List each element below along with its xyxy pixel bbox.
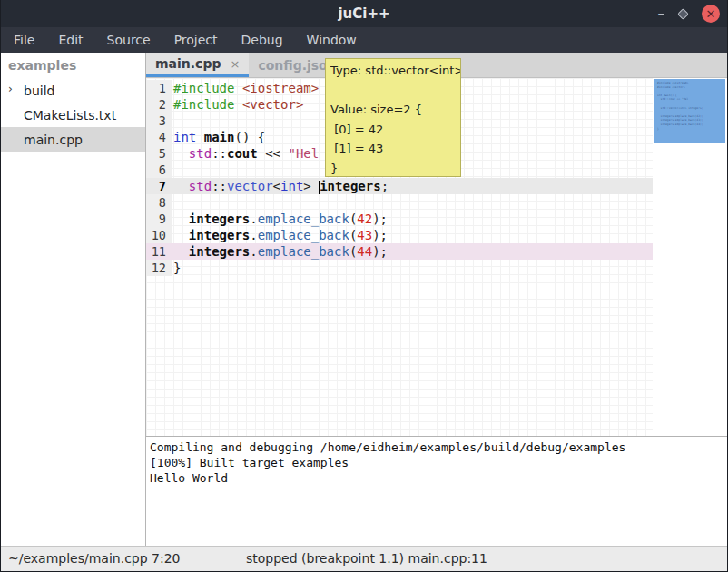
code-token: integers: [189, 228, 250, 242]
tooltip-line: [330, 81, 456, 101]
line-number: 4: [146, 129, 172, 145]
code-line-text: [172, 113, 173, 129]
menu-bar: FileEditSourceProjectDebugWindow: [1, 27, 727, 53]
code-line-text: [172, 194, 173, 211]
code-token: cout: [227, 146, 258, 161]
menu-item-debug[interactable]: Debug: [230, 27, 295, 53]
code-token: <: [273, 179, 280, 193]
line-number: 12: [146, 260, 172, 276]
menu-item-source[interactable]: Source: [95, 27, 162, 53]
code-token: vector: [227, 179, 273, 193]
code-line[interactable]: 7 std::vector<int> integers;: [146, 178, 653, 194]
code-line-text: std::cout << "Hel: [172, 145, 319, 162]
code-line-text: integers.emplace_back(44);: [172, 243, 388, 260]
status-bar: ~/examples/main.cpp 7:20 stopped (breakp…: [1, 546, 727, 571]
output-line: [100%] Built target examples: [150, 455, 727, 470]
debug-status: stopped (breakpoint 1.1) main.cpp:11: [246, 551, 487, 566]
code-line-text: #include <vector>: [172, 96, 303, 113]
code-line[interactable]: 10 integers.emplace_back(43);: [146, 227, 653, 243]
sidebar-item-cmakelists-txt[interactable]: CMakeLists.txt: [1, 103, 145, 127]
minimize-button[interactable]: –: [658, 9, 665, 18]
code-token: 42: [357, 212, 372, 226]
sidebar-item-label: CMakeLists.txt: [24, 108, 116, 123]
code-line-text: }: [172, 260, 181, 276]
code-token: emplace_back: [258, 244, 349, 259]
tab-close-icon[interactable]: ×: [230, 57, 240, 71]
line-number: 1: [146, 80, 172, 96]
code-token: std: [189, 179, 212, 193]
code-token: );: [372, 228, 388, 242]
code-token: emplace_back: [258, 212, 349, 226]
code-token: ::: [212, 146, 227, 161]
menu-item-window[interactable]: Window: [295, 27, 369, 53]
project-name: examples: [1, 53, 145, 78]
code-token: main: [204, 130, 235, 144]
menu-item-project[interactable]: Project: [162, 27, 230, 53]
close-button[interactable]: ✕: [702, 5, 720, 23]
restore-button[interactable]: [677, 8, 689, 20]
chevron-right-icon[interactable]: ›: [8, 83, 13, 95]
code-line-text: std::vector<int> integers;: [172, 178, 389, 194]
debug-output-panel[interactable]: Compiling and debugging /home/eidheim/ex…: [146, 436, 727, 547]
line-number: 3: [146, 113, 172, 129]
tooltip-line: [1] = 43: [330, 139, 456, 159]
code-line[interactable]: 8: [146, 194, 653, 211]
window-controls: – ✕: [658, 0, 721, 27]
code-token: .: [250, 244, 257, 259]
window-body: examples ›buildCMakeLists.txtmain.cpp ma…: [1, 53, 727, 547]
code-token: [173, 146, 189, 161]
code-line-text: [172, 162, 173, 178]
debug-value-tooltip: Type: std::vector<int>Value: size=2 { [0…: [325, 58, 461, 177]
code-token: }: [173, 261, 181, 275]
code-token: >: [303, 179, 319, 193]
line-number: 8: [146, 194, 172, 211]
line-number: 5: [146, 145, 172, 162]
sidebar-item-build[interactable]: ›build: [1, 78, 145, 103]
menu-item-edit[interactable]: Edit: [46, 27, 94, 53]
line-number: 10: [146, 227, 172, 243]
title-bar[interactable]: juCi++ – ✕: [1, 0, 727, 27]
output-line: Compiling and debugging /home/eidheim/ex…: [150, 439, 727, 455]
file-tree-sidebar: examples ›buildCMakeLists.txtmain.cpp: [1, 53, 146, 547]
code-line[interactable]: 9 integers.emplace_back(42);: [146, 211, 653, 227]
minimap[interactable]: #include <iostream> #include <vector> in…: [653, 78, 727, 436]
line-number: 7: [146, 178, 172, 194]
tooltip-line: }: [330, 159, 456, 178]
code-token: #include: [173, 81, 234, 95]
code-token: <<: [258, 146, 289, 161]
code-token: ::: [212, 179, 227, 193]
code-token: ;: [381, 179, 389, 193]
file-path-status: ~/examples/main.cpp 7:20: [8, 551, 181, 566]
code-token: () {: [234, 130, 265, 144]
code-token: emplace_back: [258, 228, 349, 242]
line-number: 11: [146, 243, 172, 260]
code-token: <iostream>: [242, 81, 319, 95]
sidebar-item-label: main.cpp: [24, 133, 83, 147]
minimap-viewport[interactable]: #include <iostream> #include <vector> in…: [654, 79, 725, 143]
code-line[interactable]: 11 integers.emplace_back(44);: [146, 243, 653, 260]
code-token: [173, 212, 189, 226]
code-token: "Hel: [288, 146, 319, 161]
code-token: int: [280, 179, 303, 193]
tooltip-line: [0] = 42: [330, 120, 456, 140]
tab-label: main.cpp: [155, 56, 221, 71]
code-token: integers: [189, 212, 250, 226]
code-token: [173, 179, 189, 193]
sidebar-item-label: build: [24, 84, 54, 98]
code-token: .: [250, 228, 257, 242]
tab-main-cpp[interactable]: main.cpp×: [146, 53, 249, 77]
code-token: <vector>: [242, 97, 303, 112]
sidebar-item-main-cpp[interactable]: main.cpp: [1, 127, 145, 152]
code-token: integers: [320, 179, 380, 193]
line-number: 2: [146, 96, 172, 113]
app-window: juCi++ – ✕ FileEditSourceProjectDebugWin…: [0, 0, 728, 572]
code-line[interactable]: 12}: [146, 260, 653, 276]
menu-item-file[interactable]: File: [2, 27, 46, 53]
code-line-text: #include <iostream>: [172, 80, 319, 96]
code-token: .: [250, 212, 257, 226]
tooltip-line: Type: std::vector<int>: [330, 61, 456, 81]
code-token: #include: [173, 97, 234, 112]
code-token: 44: [357, 244, 372, 259]
minimap-code-preview: #include <iostream> #include <vector> in…: [654, 79, 725, 131]
code-token: 43: [357, 228, 372, 242]
